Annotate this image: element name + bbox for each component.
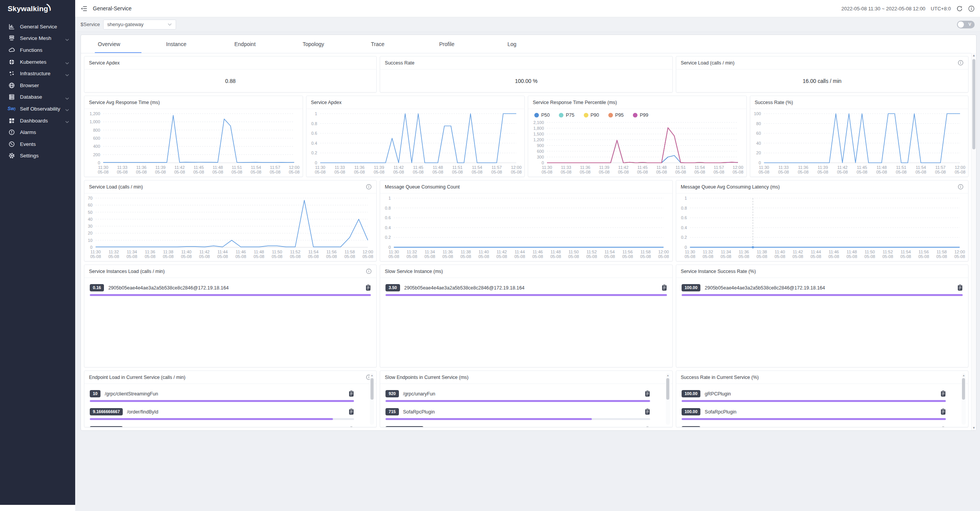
- copy-icon[interactable]: [940, 390, 946, 397]
- scroll-thumb[interactable]: [371, 378, 374, 400]
- list-item-row[interactable]: 10/grpc/clientStreamingFun: [90, 389, 354, 399]
- svg-text:11:52: 11:52: [883, 250, 893, 254]
- svg-text:05-08: 05-08: [817, 170, 828, 174]
- menu-fold-icon[interactable]: [81, 5, 88, 12]
- legend-item-p75[interactable]: P75: [559, 112, 574, 118]
- copy-icon[interactable]: [349, 426, 354, 427]
- alarm-icon: [8, 129, 15, 136]
- scroll-thumb[interactable]: [962, 378, 965, 400]
- list-item-row[interactable]: 100.00MotanRpcPlugin: [682, 425, 946, 427]
- tab-profile[interactable]: Profile: [422, 35, 491, 53]
- view-toggle[interactable]: V: [957, 21, 975, 28]
- sidebar-item-database[interactable]: Database: [0, 91, 75, 103]
- sidebar-item-service-mesh[interactable]: Service Mesh: [0, 33, 75, 45]
- list-item-row[interactable]: 715SofaRpcPlugin: [385, 407, 650, 417]
- info-icon[interactable]: [366, 268, 372, 274]
- card-scrollbar[interactable]: ▲: [962, 373, 966, 425]
- info-icon[interactable]: [958, 60, 964, 66]
- list-item-row[interactable]: 3.502905b05eae4e4ae3a2a5b538ce8c2846@172…: [385, 283, 667, 293]
- copy-icon[interactable]: [645, 408, 650, 415]
- svg-text:05-08: 05-08: [290, 254, 301, 259]
- sidebar-item-kubernetes[interactable]: Kubernetes: [0, 56, 75, 68]
- app-logo[interactable]: Skywalking): [0, 0, 75, 18]
- list-item-row[interactable]: 9.1666666667/order/findById: [90, 407, 354, 417]
- sidebar-item-settings[interactable]: Settings: [0, 150, 75, 162]
- list-item-row[interactable]: 9.1666666667/http/order/findById: [90, 425, 354, 427]
- legend-item-p90[interactable]: P90: [584, 112, 599, 118]
- card-scrollbar[interactable]: ▲: [370, 373, 374, 425]
- svg-text:11:36: 11:36: [798, 165, 808, 170]
- legend-dot: [608, 113, 613, 117]
- list-item-row[interactable]: 100.002905b05eae4e4ae3a2a5b538ce8c2846@1…: [682, 283, 963, 293]
- tab-instance[interactable]: Instance: [149, 35, 217, 53]
- copy-icon[interactable]: [366, 284, 371, 291]
- svg-text:05-08: 05-08: [389, 254, 399, 259]
- copy-icon[interactable]: [645, 426, 650, 427]
- scroll-thumb[interactable]: [972, 59, 975, 149]
- sidebar-item-alarms[interactable]: Alarms: [0, 126, 75, 138]
- sidebar-item-general-service[interactable]: General Service: [0, 21, 75, 33]
- svg-text:800: 800: [93, 128, 100, 132]
- card-scrollbar[interactable]: ▲: [666, 373, 670, 425]
- sidebar-item-dashboards[interactable]: Dashboards: [0, 115, 75, 127]
- sidebar-item-self-observability[interactable]: Sw)Self Observability: [0, 103, 75, 115]
- filter-bar: $Service shenyu-gateway V: [75, 17, 980, 32]
- info-icon[interactable]: [968, 5, 975, 12]
- list-item-row[interactable]: 100.00gRPCPlugin: [682, 389, 946, 399]
- scroll-up-icon[interactable]: ▲: [972, 54, 976, 57]
- copy-icon[interactable]: [645, 390, 650, 397]
- copy-icon[interactable]: [349, 390, 354, 397]
- progress-track: [682, 400, 946, 402]
- card-header: Endpoint Load in Current Service (calls …: [84, 371, 376, 384]
- svg-text:11:54: 11:54: [472, 165, 482, 170]
- tab-log[interactable]: Log: [491, 35, 559, 53]
- stat-value: 100.00 %: [380, 69, 672, 92]
- time-range[interactable]: 2022-05-08 11:30 ~ 2022-05-08 12:00: [841, 6, 925, 12]
- list-item-row[interactable]: 613.3333333333gRPCPlugin: [385, 425, 650, 427]
- sidebar-item-browser[interactable]: Browser: [0, 79, 75, 91]
- svg-text:11:33: 11:33: [117, 165, 127, 170]
- list-item-row[interactable]: 920/grpc/unaryFun: [385, 389, 650, 399]
- sidebar-item-functions[interactable]: Functions: [0, 44, 75, 56]
- list-item-row[interactable]: 100.00SofaRpcPlugin: [682, 407, 946, 417]
- legend-item-p50[interactable]: P50: [534, 112, 550, 118]
- svg-text:05-08: 05-08: [289, 170, 300, 174]
- scroll-up-icon[interactable]: ▲: [962, 374, 966, 377]
- main-area: General-Service 2022-05-08 11:30 ~ 2022-…: [75, 0, 980, 511]
- list-items: 3.502905b05eae4e4ae3a2a5b538ce8c2846@172…: [380, 278, 672, 367]
- svg-text:1: 1: [315, 111, 317, 116]
- chevron-down-icon: [65, 96, 69, 99]
- timezone-label[interactable]: UTC+8:0: [931, 6, 951, 12]
- scroll-up-icon[interactable]: ▲: [666, 374, 670, 377]
- scroll-down-icon[interactable]: ▼: [972, 426, 976, 430]
- sidebar-item-infrastructure[interactable]: Infrastructure: [0, 68, 75, 79]
- tab-trace[interactable]: Trace: [354, 35, 422, 53]
- copy-icon[interactable]: [940, 426, 946, 427]
- svg-text:05-08: 05-08: [354, 170, 364, 174]
- tab-topology[interactable]: Topology: [286, 35, 354, 53]
- copy-icon[interactable]: [662, 284, 667, 291]
- sidebar-item-label: Functions: [20, 47, 69, 53]
- value-badge: 0.16: [90, 284, 104, 291]
- service-select[interactable]: shenyu-gateway: [103, 20, 176, 30]
- svg-text:11:38: 11:38: [461, 250, 471, 254]
- main-scrollbar[interactable]: ▲ ▼: [971, 53, 976, 430]
- copy-icon[interactable]: [940, 408, 946, 415]
- svg-text:05-08: 05-08: [272, 254, 282, 259]
- svg-text:11:39: 11:39: [817, 165, 828, 170]
- refresh-icon[interactable]: [956, 5, 963, 12]
- chevron-down-icon: [65, 107, 69, 110]
- legend-item-p95[interactable]: P95: [608, 112, 624, 118]
- copy-icon[interactable]: [957, 284, 963, 291]
- tab-endpoint[interactable]: Endpoint: [217, 35, 286, 53]
- sidebar-item-events[interactable]: Events: [0, 138, 75, 150]
- scroll-up-icon[interactable]: ▲: [370, 374, 374, 377]
- svg-text:05-08: 05-08: [542, 170, 552, 174]
- legend-item-p99[interactable]: P99: [633, 112, 648, 118]
- info-icon[interactable]: [958, 184, 964, 190]
- scroll-thumb[interactable]: [666, 378, 669, 400]
- copy-icon[interactable]: [349, 408, 354, 415]
- tab-overview[interactable]: Overview: [81, 35, 149, 53]
- info-icon[interactable]: [366, 184, 372, 190]
- list-item-row[interactable]: 0.162905b05eae4e4ae3a2a5b538ce8c2846@172…: [90, 283, 371, 293]
